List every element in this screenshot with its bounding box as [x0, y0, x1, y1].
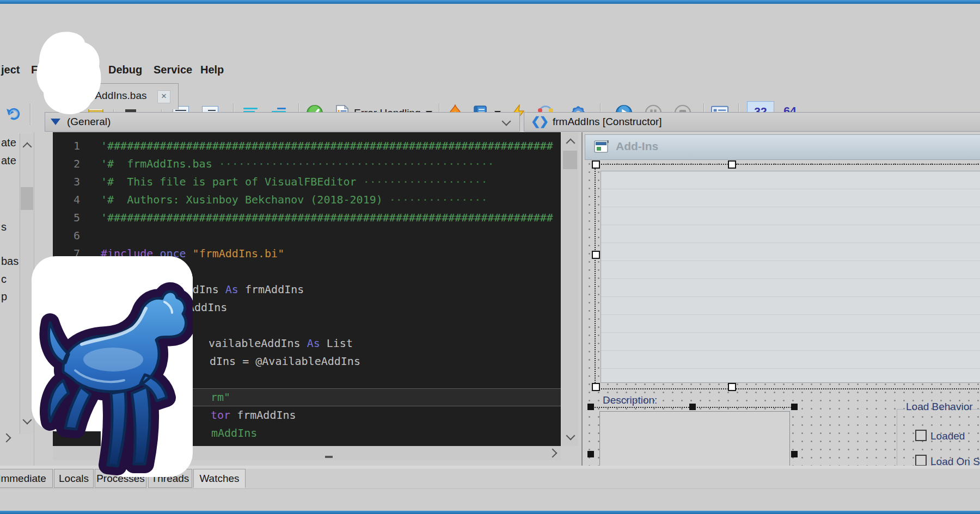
line-number: 11 — [53, 317, 80, 335]
code-line-9[interactable]: 9Dim Shared fAddIns As frmAddIns — [53, 281, 561, 299]
loaded-checkbox[interactable] — [915, 430, 927, 441]
code-text: '#######################################… — [101, 209, 553, 227]
code-line-3[interactable]: 3'# This file is part of VisualFBEditor … — [53, 173, 561, 191]
loaded-checkbox-label[interactable]: Loaded — [930, 430, 965, 442]
toolbar-separator — [30, 103, 31, 125]
code-line-11[interactable]: 11 — [53, 317, 561, 335]
code-text: mAddIns — [211, 424, 257, 442]
description-label[interactable]: Description: — [603, 394, 657, 406]
line-number: 2 — [53, 155, 80, 173]
menubar: jectFormBuildDebugServiceHelp — [0, 30, 980, 48]
code-line-16[interactable]: 16tor frmAddIns — [53, 406, 561, 424]
load-on-start-checkbox-label[interactable]: Load On S — [930, 456, 980, 466]
code-text: Dim Shared fAddIns As frmAddIns — [101, 281, 304, 299]
scope-combobox[interactable]: (General) — [45, 112, 520, 132]
code-line-6[interactable]: 6 — [53, 227, 561, 245]
listview-selection-border — [595, 164, 980, 389]
code-text: '#######################################… — [101, 137, 553, 155]
scroll-down-icon[interactable] — [566, 431, 575, 441]
groupbox-border — [897, 409, 904, 410]
project-tree-item[interactable]: s — [1, 220, 7, 233]
project-explorer: ateatesbascp — [0, 132, 34, 466]
code-text: '# This file is part of VisualFBEditor ·… — [101, 173, 487, 191]
project-explorer-scrollbar[interactable] — [20, 134, 33, 434]
editor-vscrollbar[interactable] — [562, 132, 578, 446]
code-line-12[interactable]: 12vailableAddIns As List — [53, 335, 561, 352]
debug-tab-immediate[interactable]: Immediate — [0, 469, 53, 488]
selection-handle[interactable] — [728, 383, 736, 391]
tab-label: frmAddIns.bas — [80, 90, 147, 102]
project-tree-item[interactable]: p — [1, 290, 7, 303]
scrollbar-thumb[interactable] — [563, 151, 577, 169]
tab-frmaddins-bas[interactable]: frmAddIns.bas × — [54, 83, 179, 109]
selection-handle[interactable] — [587, 451, 594, 457]
scroll-up-icon[interactable] — [566, 139, 575, 148]
code-text: vailableAddIns As List — [209, 335, 353, 352]
selection-handle[interactable] — [592, 251, 600, 259]
debug-tab-threads[interactable]: Threads — [148, 469, 192, 488]
form-icon — [594, 140, 609, 153]
code-brackets-icon: ❮❯ — [531, 115, 548, 128]
code-text: fAddIns — [181, 299, 227, 317]
project-tree-item[interactable]: bas — [1, 255, 19, 268]
code-line-15[interactable]: 15rm" — [53, 388, 561, 406]
editor-hscrollbar[interactable] — [53, 446, 561, 460]
window-bottom-accent-bar — [0, 510, 980, 514]
member-combobox[interactable]: ❮❯ frmAddIns [Constructor] — [524, 112, 980, 132]
line-number: 3 — [53, 173, 80, 191]
selection-handle[interactable] — [587, 404, 594, 410]
tab-close-icon[interactable]: × — [157, 90, 170, 103]
code-line-7[interactable]: 7#include once "frmAddIns.bi" — [53, 245, 561, 263]
line-number: 14 — [53, 370, 80, 388]
project-tree-item[interactable]: c — [1, 273, 7, 286]
line-number: 15 — [53, 389, 80, 406]
selection-handle[interactable] — [791, 451, 798, 457]
load-behavior-group-label[interactable]: Load Behavior — [906, 401, 973, 413]
selection-handle[interactable] — [592, 160, 600, 169]
form-designer[interactable]: Add-Ins Description: Load Behavior Loade… — [581, 132, 980, 466]
groupbox-border — [897, 409, 897, 466]
code-line-5[interactable]: 5'######################################… — [53, 209, 561, 227]
window-top-accent-bar — [0, 0, 980, 4]
project-tree-item[interactable]: ate — [1, 136, 16, 149]
line-number: 4 — [53, 191, 80, 209]
code-line-8[interactable]: 8 — [53, 263, 561, 281]
selection-handle[interactable] — [592, 383, 600, 391]
code-line-17[interactable]: 17mAddIns — [53, 424, 561, 442]
code-editor[interactable]: 1'######################################… — [53, 132, 561, 451]
scroll-right-icon[interactable] — [2, 434, 11, 443]
selection-handle[interactable] — [728, 160, 736, 169]
description-textbox[interactable] — [599, 411, 790, 466]
scrollbar-thumb[interactable] — [325, 456, 333, 458]
scroll-up-icon[interactable] — [23, 143, 32, 152]
scope-combo-value: (General) — [67, 116, 111, 128]
debug-tab-watches[interactable]: Watches — [193, 469, 246, 488]
line-number: 6 — [53, 227, 80, 245]
load-on-start-checkbox[interactable] — [915, 455, 927, 466]
scrollbar-thumb[interactable] — [21, 187, 33, 210]
project-tree-item[interactable]: ate — [1, 154, 16, 167]
chevron-down-icon[interactable] — [502, 117, 511, 126]
code-line-13[interactable]: 13dIns = @AvailableAddIns — [53, 352, 561, 370]
redo-icon[interactable] — [4, 104, 22, 122]
line-number: 13 — [53, 352, 80, 370]
debug-tab-processes[interactable]: Processes — [95, 469, 146, 488]
scope-combo-icon — [51, 119, 60, 125]
line-number: 5 — [53, 209, 80, 227]
line-number: 8 — [53, 263, 80, 281]
code-line-10[interactable]: 10fAddIns — [53, 299, 561, 317]
debug-tab-locals[interactable]: Locals — [54, 469, 94, 488]
selection-handle[interactable] — [689, 404, 696, 410]
code-line-1[interactable]: 1'######################################… — [53, 137, 561, 155]
scroll-down-icon[interactable] — [23, 416, 32, 425]
code-line-4[interactable]: 4'# Authors: Xusinboy Bekchanov (2018-20… — [53, 191, 561, 209]
status-bar: ation — [0, 488, 980, 511]
scroll-right-icon[interactable] — [548, 449, 558, 458]
code-text: tor frmAddIns — [211, 406, 296, 424]
code-line-2[interactable]: 2'# frmAddIns.bas ······················… — [53, 155, 561, 173]
selection-handle[interactable] — [791, 404, 798, 410]
code-line-14[interactable]: 14 — [53, 370, 561, 388]
code-text: #include once "frmAddIns.bi" — [101, 245, 284, 263]
member-combo-value: frmAddIns [Constructor] — [553, 116, 662, 128]
code-text: rm" — [211, 389, 230, 406]
